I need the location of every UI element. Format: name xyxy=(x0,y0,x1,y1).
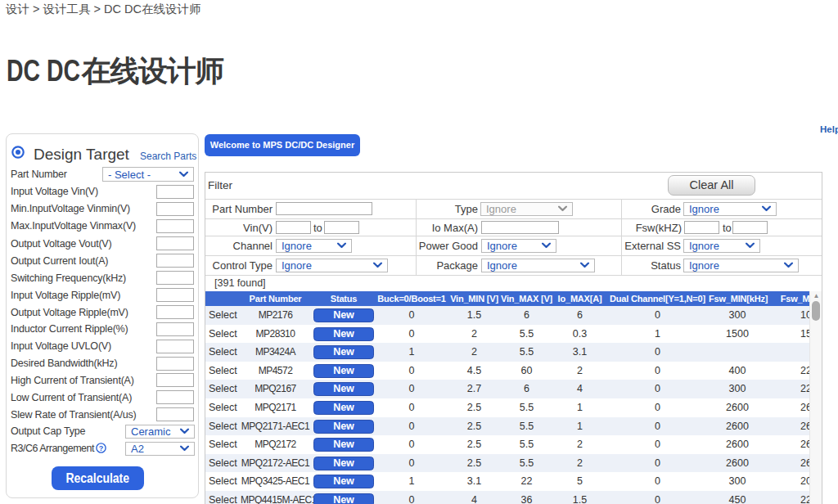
svg-text:?: ? xyxy=(99,444,104,452)
